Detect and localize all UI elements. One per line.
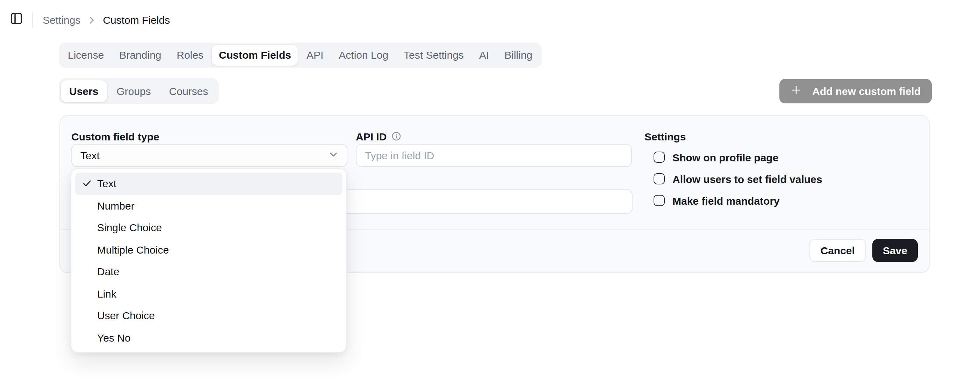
header-divider [32, 12, 33, 28]
add-new-custom-field-button[interactable]: Add new custom field [780, 79, 932, 103]
cancel-button[interactable]: Cancel [810, 239, 866, 262]
menu-item-label: Single Choice [97, 222, 162, 234]
save-button[interactable]: Save [872, 239, 918, 262]
menu-item-label: User Choice [97, 310, 155, 322]
tab-api[interactable]: API [299, 45, 330, 66]
tab-license[interactable]: License [61, 45, 111, 66]
menu-item-single-choice[interactable]: Single Choice [75, 217, 342, 239]
subtab-users[interactable]: Users [61, 80, 107, 102]
api-id-label: API ID [356, 130, 387, 142]
menu-item-text[interactable]: Text [75, 173, 342, 195]
add-button-label: Add new custom field [812, 85, 921, 97]
subtab-courses[interactable]: Courses [161, 80, 217, 102]
plus-icon [791, 84, 802, 98]
menu-item-label: Text [97, 178, 116, 190]
menu-item-label: Date [97, 266, 119, 278]
option-label: Make field mandatory [673, 195, 780, 206]
breadcrumb: Settings Custom Fields [10, 12, 170, 28]
api-id-label-row: API ID [356, 129, 401, 143]
menu-item-number[interactable]: Number [75, 195, 342, 217]
chevron-down-icon [329, 149, 338, 162]
field-type-selected-value: Text [80, 149, 100, 162]
field-type-select[interactable]: Text [71, 144, 347, 167]
panel-left-icon [10, 12, 23, 28]
menu-item-label: Link [97, 288, 116, 300]
entity-tab-bar: Users Groups Courses [59, 78, 219, 104]
tab-roles[interactable]: Roles [170, 45, 211, 66]
breadcrumb-settings-link[interactable]: Settings [43, 14, 80, 26]
settings-heading: Settings [644, 129, 686, 143]
field-type-dropdown-menu: Text Number Single Choice Multiple Choic… [71, 168, 347, 353]
checkbox-make-field-mandatory[interactable] [654, 195, 665, 206]
api-id-input[interactable] [356, 144, 632, 167]
settings-custom-fields-page: Settings Custom Fields License Branding … [0, 0, 980, 380]
option-make-field-mandatory[interactable]: Make field mandatory [654, 193, 780, 207]
tab-ai[interactable]: AI [472, 45, 496, 66]
tab-custom-fields[interactable]: Custom Fields [212, 45, 298, 66]
menu-item-user-choice[interactable]: User Choice [75, 304, 342, 326]
option-label: Show on profile page [673, 151, 778, 163]
field-type-label: Custom field type [71, 129, 159, 143]
checkbox-allow-users-set-values[interactable] [654, 173, 665, 184]
option-show-on-profile[interactable]: Show on profile page [654, 150, 778, 164]
option-allow-users-set-values[interactable]: Allow users to set field values [654, 172, 822, 186]
info-icon[interactable] [391, 131, 401, 141]
tab-branding[interactable]: Branding [112, 45, 168, 66]
checkbox-show-on-profile[interactable] [654, 152, 665, 163]
breadcrumb-current-page: Custom Fields [103, 14, 170, 26]
menu-item-date[interactable]: Date [75, 261, 342, 283]
tab-billing[interactable]: Billing [497, 45, 539, 66]
tab-action-log[interactable]: Action Log [332, 45, 395, 66]
menu-item-label: Number [97, 200, 135, 212]
menu-item-link[interactable]: Link [75, 283, 342, 304]
chevron-right-icon [87, 15, 97, 25]
settings-tab-bar: License Branding Roles Custom Fields API… [59, 43, 541, 68]
menu-item-label: Yes No [97, 332, 131, 344]
check-icon [82, 178, 92, 191]
menu-item-multiple-choice[interactable]: Multiple Choice [75, 239, 342, 261]
option-label: Allow users to set field values [673, 173, 822, 185]
tab-test-settings[interactable]: Test Settings [397, 45, 471, 66]
menu-item-yes-no[interactable]: Yes No [75, 326, 342, 348]
sidebar-toggle-button[interactable] [10, 12, 23, 28]
menu-item-label: Multiple Choice [97, 244, 169, 256]
form-footer: Cancel Save [810, 239, 918, 262]
subtab-groups[interactable]: Groups [108, 80, 159, 102]
